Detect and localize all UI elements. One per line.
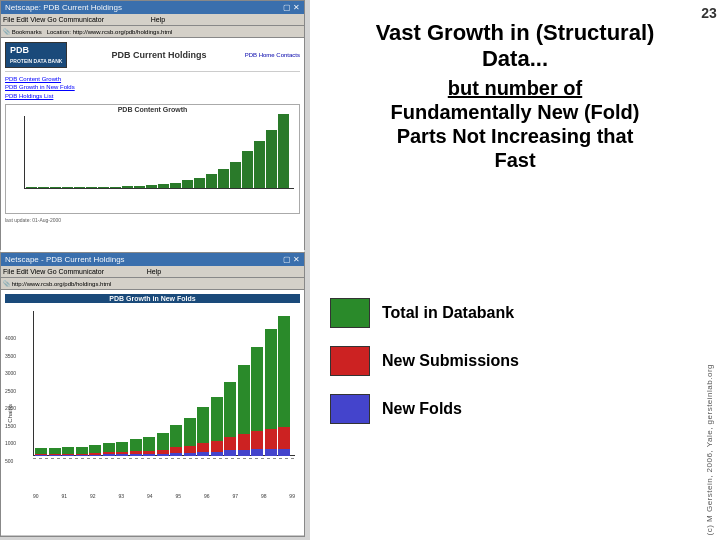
seg-red-13 (211, 441, 223, 452)
y-tick-2000: 2000 (5, 405, 16, 411)
browser-top: Netscape: PDB Current Holdings ▢ ✕ File … (0, 0, 305, 250)
pdb-page-title-top: PDB Current Holdings (73, 50, 244, 60)
bar-bottom-12 (197, 407, 209, 456)
x-label: 95 (175, 493, 181, 499)
bar-top-5 (86, 187, 97, 189)
y-tick-500: 500 (5, 458, 13, 464)
slide-title-line1: Vast Growth in (Structural) (330, 20, 700, 46)
browser-title-bottom: Netscape - PDB Current Holdings (5, 255, 125, 264)
x-label: 99 (289, 493, 295, 499)
x-label: 90 (33, 493, 39, 499)
browser-address-bar-top[interactable]: 📎 Bookmarks Location: http://www.rcsb.or… (1, 26, 304, 38)
legend-box-red (330, 346, 370, 376)
y-tick-3500: 3500 (5, 353, 16, 359)
seg-blue-7 (130, 454, 142, 456)
bar-bottom-2 (62, 447, 74, 456)
bar-top-17 (230, 162, 241, 189)
nav-link-1[interactable]: PDB Content Growth (5, 75, 300, 83)
x-label: 93 (118, 493, 124, 499)
seg-green-6 (116, 442, 128, 452)
browser-toolbar-bottom[interactable]: File Edit View Go Communicator Help (1, 266, 304, 278)
chart-bottom-wrapper: Chains 909192939495969798995001000150020… (5, 306, 300, 501)
seg-blue-4 (89, 455, 101, 456)
seg-green-8 (143, 437, 155, 451)
seg-green-9 (157, 433, 169, 450)
seg-red-15 (238, 434, 250, 450)
seg-red-16 (251, 431, 263, 449)
seg-green-13 (211, 397, 223, 441)
bar-bottom-10 (170, 425, 182, 456)
bar-top-15 (206, 174, 217, 189)
pdb-page-title-bottom: PDB Growth in New Folds (5, 294, 300, 303)
seg-blue-14 (224, 450, 236, 456)
seg-blue-16 (251, 449, 263, 456)
bar-bottom-11 (184, 418, 196, 456)
contact-link[interactable]: PDB Home Contacts (245, 52, 300, 58)
bar-bottom-3 (76, 447, 88, 456)
bar-bottom-8 (143, 437, 155, 456)
bar-bottom-14 (224, 382, 236, 456)
legend-box-green (330, 298, 370, 328)
browser-title-top: Netscape: PDB Current Holdings (5, 3, 122, 12)
chart-hline (33, 458, 295, 459)
x-label: 91 (61, 493, 67, 499)
seg-green-17 (265, 329, 277, 429)
slide-title-line6: Fast (330, 148, 700, 172)
browser-toolbar-top[interactable]: File Edit View Go Communicator Help (1, 14, 304, 26)
bar-top-10 (146, 185, 157, 189)
chart-footnote: last update: 01-Aug-2000 (5, 217, 300, 223)
browser-titlebar-top: Netscape: PDB Current Holdings ▢ ✕ (1, 1, 304, 14)
seg-green-14 (224, 382, 236, 437)
bar-chart-bottom (5, 306, 300, 476)
bar-bottom-17 (265, 329, 277, 456)
y-tick-2500: 2500 (5, 388, 16, 394)
slide-title-line2: Data... (330, 46, 700, 72)
legend-label-total: Total in Databank (382, 304, 514, 322)
pdb-nav-links: PDB Content Growth PDB Growth in New Fol… (5, 75, 300, 100)
legend-box-blue (330, 394, 370, 424)
seg-green-15 (238, 365, 250, 434)
y-tick-4000: 4000 (5, 335, 16, 341)
slide-title-area: Vast Growth in (Structural) Data... but … (310, 0, 720, 182)
bar-chart-top (6, 114, 299, 199)
seg-green-11 (184, 418, 196, 446)
bar-bottom-6 (116, 442, 128, 456)
browser-address-bar-bottom[interactable]: 📎 http://www.rcsb.org/pdb/holdings.html (1, 278, 304, 290)
bar-top-11 (158, 184, 169, 189)
legend-label-folds: New Folds (382, 400, 462, 418)
seg-blue-12 (197, 452, 209, 456)
seg-blue-10 (170, 453, 182, 456)
seg-green-12 (197, 407, 209, 443)
nav-link-3[interactable]: PDB Holdings List (5, 92, 300, 100)
seg-blue-13 (211, 452, 223, 456)
bar-top-8 (122, 186, 133, 189)
seg-red-14 (224, 437, 236, 450)
bar-top-7 (110, 187, 121, 189)
seg-green-5 (103, 443, 115, 452)
legend-label-submissions: New Submissions (382, 352, 519, 370)
bar-top-2 (50, 187, 61, 189)
window-controls-bottom: ▢ ✕ (283, 255, 300, 264)
slide-title-line4: Fundamentally New (Fold) (330, 100, 700, 124)
pdb-logo: PDBPROTEIN DATA BANK (5, 42, 67, 68)
slide-title-line5: Parts Not Increasing that (330, 124, 700, 148)
bar-top-19 (254, 141, 265, 189)
chart-top: PDB Content Growth (5, 104, 300, 214)
legend-item-total: Total in Databank (330, 298, 700, 328)
y-tick-1000: 1000 (5, 440, 16, 446)
bar-bottom-4 (89, 445, 101, 456)
bar-top-0 (26, 187, 37, 189)
bar-bottom-13 (211, 397, 223, 456)
seg-green-4 (89, 445, 101, 453)
nav-link-2[interactable]: PDB Growth in New Folds (5, 83, 300, 91)
bar-top-14 (194, 178, 205, 189)
bar-top-16 (218, 169, 229, 189)
seg-red-17 (265, 429, 277, 449)
seg-blue-6 (116, 454, 128, 456)
seg-red-12 (197, 443, 209, 452)
right-panel: Vast Growth in (Structural) Data... but … (310, 0, 720, 540)
x-label: 96 (204, 493, 210, 499)
seg-blue-3 (76, 455, 88, 456)
bar-bottom-0 (35, 448, 47, 456)
bar-bottom-18 (278, 316, 290, 456)
